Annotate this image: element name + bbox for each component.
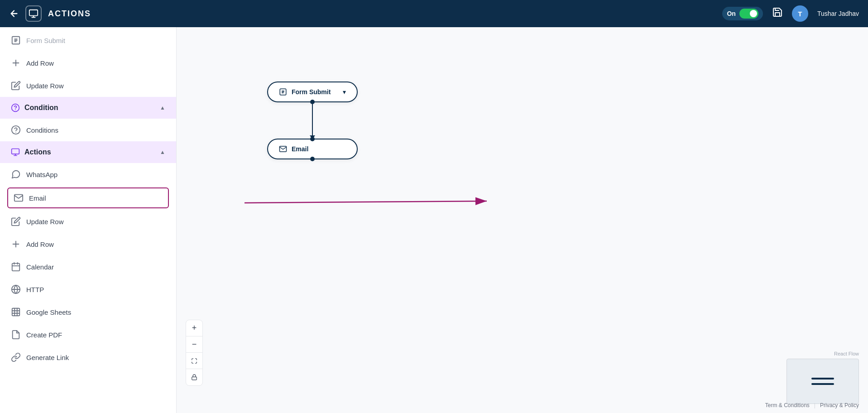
sidebar-label-add-row-top: Add Row — [26, 59, 54, 67]
sidebar-item-generate-link[interactable]: Generate Link — [0, 346, 176, 369]
conditions-icon — [11, 125, 21, 135]
actions-chevron: ▲ — [160, 149, 165, 155]
zoom-in-button[interactable]: + — [186, 320, 202, 336]
canvas-area: Form Submit ▾ Email — [177, 27, 868, 413]
drag-arrow-line — [245, 201, 487, 203]
sidebar-label-calendar: Calendar — [26, 263, 54, 271]
form-submit-node-label: Form Submit — [292, 88, 331, 96]
section-actions[interactable]: Actions ▲ — [0, 141, 176, 163]
privacy-link[interactable]: Privacy & Policy — [820, 402, 859, 408]
sidebar-item-create-pdf[interactable]: Create PDF — [0, 323, 176, 346]
main-layout: Form Submit Add Row Update Row Condition… — [0, 27, 868, 413]
fit-view-icon — [191, 358, 197, 364]
react-flow-label: React Flow — [834, 351, 859, 356]
node-dot-top-email — [310, 137, 315, 141]
terms-link[interactable]: Term & Conditions — [765, 402, 810, 408]
sidebar-label-email: Email — [29, 194, 46, 202]
lock-button[interactable] — [186, 369, 202, 385]
svg-rect-11 — [12, 264, 20, 271]
add-row-top-icon — [11, 58, 21, 68]
add-row-icon — [11, 239, 21, 249]
mini-map-lines — [811, 378, 834, 385]
sidebar-label-update-row-top: Update Row — [26, 82, 64, 90]
google-sheets-icon — [11, 307, 21, 317]
footer-links: Term & Conditions | Privacy & Policy — [765, 402, 859, 408]
create-pdf-icon — [11, 330, 21, 340]
lock-icon — [191, 374, 197, 380]
form-submit-dropdown-button[interactable]: ▾ — [343, 88, 346, 96]
sidebar: Form Submit Add Row Update Row Condition… — [0, 27, 177, 413]
sidebar-item-calendar[interactable]: Calendar — [0, 255, 176, 278]
footer-separator: | — [814, 402, 815, 408]
whatsapp-icon — [11, 169, 21, 179]
svg-rect-24 — [192, 377, 197, 379]
connector — [267, 102, 358, 139]
header-right: On T Tushar Jadhav — [722, 5, 859, 22]
form-submit-node[interactable]: Form Submit ▾ — [267, 82, 358, 102]
sidebar-item-update-row[interactable]: Update Row — [0, 210, 176, 233]
mini-map-line-1 — [811, 378, 834, 379]
toggle-label: On — [727, 10, 735, 17]
sidebar-label-add-row: Add Row — [26, 240, 54, 248]
email-node-icon — [279, 145, 287, 153]
form-submit-node-wrapper: Form Submit ▾ — [267, 82, 358, 102]
calendar-icon — [11, 262, 21, 272]
toggle-container[interactable]: On — [722, 7, 762, 20]
sidebar-label-create-pdf: Create PDF — [26, 331, 62, 339]
svg-rect-17 — [12, 308, 20, 316]
sidebar-item-add-row[interactable]: Add Row — [0, 233, 176, 255]
svg-rect-8 — [12, 149, 19, 154]
connector-line — [312, 102, 313, 139]
form-submit-icon — [11, 35, 21, 45]
section-actions-label: Actions — [24, 148, 51, 156]
back-button[interactable] — [9, 9, 19, 19]
update-row-top-icon — [11, 81, 21, 91]
http-icon — [11, 284, 21, 294]
email-node-wrapper: Email — [267, 139, 358, 159]
sidebar-item-update-row-top[interactable]: Update Row — [0, 74, 176, 97]
condition-chevron: ▲ — [160, 105, 165, 111]
condition-section-icon — [11, 103, 20, 112]
save-button[interactable] — [772, 7, 783, 20]
node-dot-bottom-email — [310, 157, 315, 161]
svg-rect-0 — [29, 10, 38, 16]
on-off-toggle[interactable] — [739, 9, 758, 19]
sidebar-label-update-row: Update Row — [26, 218, 64, 226]
flow-diagram: Form Submit ▾ Email — [267, 82, 358, 159]
app-title: ACTIONS — [48, 9, 716, 19]
update-row-icon — [11, 216, 21, 226]
generate-link-icon — [11, 352, 21, 362]
sidebar-item-conditions[interactable]: Conditions — [0, 119, 176, 141]
sidebar-label-whatsapp: WhatsApp — [26, 171, 58, 178]
zoom-out-button[interactable]: − — [186, 336, 202, 353]
mini-map-line-2 — [811, 383, 834, 385]
section-condition[interactable]: Condition ▲ — [0, 97, 176, 119]
avatar: T — [792, 5, 808, 22]
sidebar-item-google-sheets[interactable]: Google Sheets — [0, 301, 176, 323]
header: ACTIONS On T Tushar Jadhav — [0, 0, 868, 27]
sidebar-label-google-sheets: Google Sheets — [26, 308, 71, 316]
fit-view-button[interactable] — [186, 353, 202, 369]
form-submit-node-icon — [279, 88, 287, 96]
email-node-label: Email — [292, 145, 308, 153]
mini-map — [786, 359, 859, 404]
email-icon — [14, 193, 24, 203]
sidebar-label-conditions: Conditions — [26, 126, 58, 134]
zoom-controls: + − — [186, 320, 203, 386]
sidebar-item-email[interactable]: Email — [7, 187, 169, 208]
sidebar-label-form-submit: Form Submit — [26, 37, 65, 44]
section-condition-label: Condition — [24, 104, 58, 112]
sidebar-label-generate-link: Generate Link — [26, 354, 69, 361]
actions-section-icon — [11, 148, 20, 157]
user-name: Tushar Jadhav — [817, 10, 859, 17]
sidebar-item-http[interactable]: HTTP — [0, 278, 176, 301]
sidebar-label-http: HTTP — [26, 286, 44, 293]
sidebar-item-whatsapp[interactable]: WhatsApp — [0, 163, 176, 186]
sidebar-item-form-submit[interactable]: Form Submit — [0, 27, 176, 52]
app-logo — [25, 5, 42, 22]
email-node[interactable]: Email — [267, 139, 358, 159]
sidebar-item-add-row-top[interactable]: Add Row — [0, 52, 176, 74]
